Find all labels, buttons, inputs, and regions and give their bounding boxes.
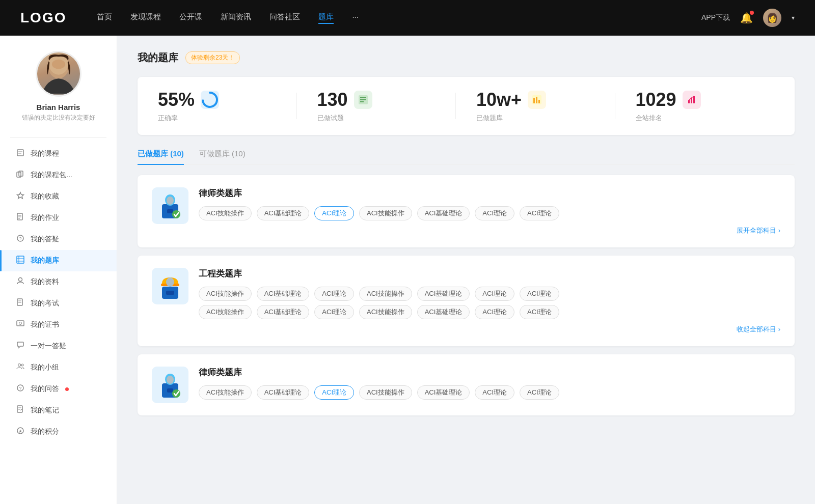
bank-tags-2-row2: ACI技能操作 ACI基础理论 ACI理论 ACI技能操作 ACI基础理论 AC… xyxy=(199,305,780,319)
bank-icon-wrap-2 xyxy=(152,268,188,304)
sidebar-item-favorites-label: 我的收藏 xyxy=(31,192,59,201)
bank-tag[interactable]: ACI基础理论 xyxy=(417,305,470,319)
lawyer-icon xyxy=(157,191,183,220)
bank-tags-1: ACI技能操作 ACI基础理论 ACI理论 ACI技能操作 ACI基础理论 AC… xyxy=(199,206,780,220)
banks-chart-icon xyxy=(531,94,542,105)
bank-tag-highlighted[interactable]: ACI理论 xyxy=(314,206,354,220)
sidebar-item-oneone-label: 一对一答疑 xyxy=(31,342,66,351)
sidebar-item-profile[interactable]: 我的资料 xyxy=(0,271,117,293)
bank-tag[interactable]: ACI技能操作 xyxy=(199,287,252,301)
bank-tag[interactable]: ACI技能操作 xyxy=(359,385,412,400)
app-download-button[interactable]: APP下载 xyxy=(701,13,730,22)
bank-tag[interactable]: ACI基础理论 xyxy=(257,385,310,400)
bank-tag[interactable]: ACI理论 xyxy=(314,305,354,319)
stats-row: 55% 正确率 130 xyxy=(138,77,795,135)
notification-bell[interactable]: 🔔 xyxy=(740,12,753,24)
svg-rect-53 xyxy=(167,209,173,213)
svg-rect-58 xyxy=(166,291,174,295)
svg-text:★: ★ xyxy=(18,429,22,434)
sidebar-item-coursepack[interactable]: 我的课程包... xyxy=(0,164,117,186)
bank-expand-btn-1[interactable]: 展开全部科目 › xyxy=(737,227,780,234)
nav-qa[interactable]: 问答社区 xyxy=(269,12,300,24)
bank-tag[interactable]: ACI技能操作 xyxy=(199,385,252,400)
bank-tag[interactable]: ACI理论 xyxy=(475,287,514,301)
trial-badge: 体验剩余23天！ xyxy=(185,51,240,64)
tabs: 已做题库 (10) 可做题库 (10) xyxy=(138,149,795,165)
stat-accuracy: 55% 正确率 xyxy=(158,89,297,123)
sidebar-name: Brian Harris xyxy=(37,103,80,111)
myqa-dot xyxy=(65,387,69,391)
bank-tag[interactable]: ACI基础理论 xyxy=(417,385,470,400)
bank-tag[interactable]: ACI技能操作 xyxy=(359,206,412,220)
bank-header-2: 工程类题库 ACI技能操作 ACI基础理论 ACI理论 ACI技能操作 ACI基… xyxy=(152,268,780,334)
sidebar-item-exam-label: 我的考试 xyxy=(31,299,59,308)
sidebar-item-exam[interactable]: 我的考试 xyxy=(0,293,117,314)
sidebar-item-bank[interactable]: 我的题库 xyxy=(0,250,117,271)
bank-tag[interactable]: ACI理论 xyxy=(520,305,559,319)
bank-tag[interactable]: ACI理论 xyxy=(520,206,559,220)
bank-tag[interactable]: ACI基础理论 xyxy=(257,206,310,220)
sidebar-item-myqa-label: 我的问答 xyxy=(31,384,59,394)
profile-icon xyxy=(15,277,25,287)
stat-done-banks-row: 10w+ xyxy=(476,89,546,110)
tab-done[interactable]: 已做题库 (10) xyxy=(138,149,184,165)
avatar-dropdown-icon[interactable]: ▾ xyxy=(792,14,795,21)
bank-collapse-btn-2[interactable]: 收起全部科目 › xyxy=(737,325,780,333)
bank-tag[interactable]: ACI理论 xyxy=(475,305,514,319)
sidebar-item-course[interactable]: 我的课程 xyxy=(0,143,117,164)
rank-chart-icon xyxy=(686,94,697,105)
sidebar-item-answers[interactable]: ? 我的答疑 xyxy=(0,229,117,250)
sidebar-item-cert[interactable]: 我的证书 xyxy=(0,314,117,335)
svg-rect-47 xyxy=(688,100,690,103)
bank-tag[interactable]: ACI技能操作 xyxy=(359,305,412,319)
nav-discover[interactable]: 发现课程 xyxy=(130,12,161,24)
bank-tag[interactable]: ACI理论 xyxy=(475,385,514,400)
sidebar-item-favorites[interactable]: 我的收藏 xyxy=(0,186,117,207)
bank-tag[interactable]: ACI理论 xyxy=(475,206,514,220)
svg-point-57 xyxy=(166,277,174,287)
oneone-icon xyxy=(15,341,25,351)
nav-bank[interactable]: 题库 xyxy=(318,12,334,24)
svg-text:?: ? xyxy=(19,236,21,241)
nav-open[interactable]: 公开课 xyxy=(179,12,202,24)
exam-icon xyxy=(15,298,25,309)
bank-tag[interactable]: ACI理论 xyxy=(520,287,559,301)
nav-home[interactable]: 首页 xyxy=(97,12,112,24)
rank-value: 1029 xyxy=(636,89,676,110)
bank-tag[interactable]: ACI技能操作 xyxy=(359,287,412,301)
svg-rect-44 xyxy=(536,97,537,103)
sidebar-menu: 我的课程 我的课程包... 我的收藏 我的作业 xyxy=(0,143,117,442)
svg-point-63 xyxy=(172,389,180,398)
bank-tag[interactable]: ACI基础理论 xyxy=(257,287,310,301)
sidebar-item-notes[interactable]: 我的笔记 xyxy=(0,400,117,421)
avatar[interactable]: 👩 xyxy=(763,9,781,27)
svg-rect-15 xyxy=(17,256,24,263)
done-banks-value: 10w+ xyxy=(476,89,522,110)
sidebar-item-oneone[interactable]: 一对一答疑 xyxy=(0,335,117,357)
bank-tag-highlighted[interactable]: ACI理论 xyxy=(314,385,354,400)
sidebar-item-homework[interactable]: 我的作业 xyxy=(0,207,117,229)
nav-news[interactable]: 新闻资讯 xyxy=(221,12,251,24)
sidebar-item-group[interactable]: 我的小组 xyxy=(0,357,117,378)
bank-header-1: 律师类题库 ACI技能操作 ACI基础理论 ACI理论 ACI技能操作 ACI基… xyxy=(152,187,780,235)
bank-header-3: 律师类题库 ACI技能操作 ACI基础理论 ACI理论 ACI技能操作 ACI基… xyxy=(152,367,780,403)
bank-tag[interactable]: ACI技能操作 xyxy=(199,206,252,220)
svg-point-52 xyxy=(167,197,174,205)
sidebar-item-myqa[interactable]: ? 我的问答 xyxy=(0,378,117,400)
bank-icon-wrap-3 xyxy=(152,367,188,403)
course-icon xyxy=(15,149,25,159)
bank-tags-3: ACI技能操作 ACI基础理论 ACI理论 ACI技能操作 ACI基础理论 AC… xyxy=(199,385,780,400)
page-header: 我的题库 体验剩余23天！ xyxy=(138,51,795,65)
tab-available[interactable]: 可做题库 (10) xyxy=(199,149,246,165)
bank-tag[interactable]: ACI基础理论 xyxy=(257,305,310,319)
page-wrapper: Brian Harris 错误的决定比没有决定要好 我的课程 我的课程包... xyxy=(0,36,815,504)
bank-tag[interactable]: ACI理论 xyxy=(314,287,354,301)
sidebar-item-points[interactable]: ★ 我的积分 xyxy=(0,421,117,442)
svg-rect-49 xyxy=(693,96,695,103)
bank-tag[interactable]: ACI理论 xyxy=(520,385,559,400)
nav-more[interactable]: ··· xyxy=(352,12,359,24)
bank-tag[interactable]: ACI基础理论 xyxy=(417,287,470,301)
bank-tag[interactable]: ACI技能操作 xyxy=(199,305,252,319)
notes-icon xyxy=(15,405,25,415)
bank-tag[interactable]: ACI基础理论 xyxy=(417,206,470,220)
